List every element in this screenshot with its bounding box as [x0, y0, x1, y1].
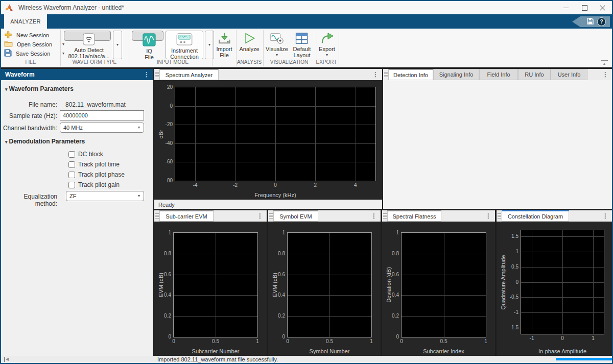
- panel-grip-icon[interactable]: [155, 72, 159, 78]
- channel-bandwidth-label: Channel bandwidth:: [1, 125, 57, 132]
- panel-grip-icon[interactable]: [155, 213, 159, 219]
- new-session-button[interactable]: New Session: [4, 31, 49, 39]
- open-session-dropdown-icon[interactable]: ▾: [62, 42, 64, 46]
- equalization-method-label: Equalization method:: [1, 193, 57, 207]
- symbol-evm-chart: 10.80.60.40.2000.51EVM (dB)Symbol Number: [268, 222, 381, 356]
- tab-subcarrier-evm[interactable]: Sub-carrier EVM: [159, 210, 214, 222]
- subcarrier-evm-tab-bar: Sub-carrier EVM ⋮: [154, 210, 267, 222]
- section-label-input-mode: INPUT MODE: [157, 59, 189, 65]
- spectrum-status-text: Ready: [158, 202, 175, 208]
- save-session-button[interactable]: Save Session ▾: [4, 49, 50, 58]
- tab-symbol-evm[interactable]: Symbol EVM: [273, 210, 318, 222]
- title-bar: Wireless Waveform Analyzer - untitled*: [1, 1, 612, 14]
- export-arrow-icon: [320, 31, 334, 46]
- default-layout-button[interactable]: Default Layout: [293, 31, 311, 61]
- maximize-button[interactable]: [575, 1, 594, 14]
- spectrum-panel-menu-icon[interactable]: ⋮: [372, 71, 379, 78]
- help-icon[interactable]: ?: [597, 17, 606, 26]
- info-tab-bar: Detection Info Signaling Info Field Info…: [383, 69, 612, 80]
- tab-user-info[interactable]: User Info: [551, 69, 587, 80]
- instrument-icon: [176, 33, 193, 46]
- constellation-tab-bar: Constellation Diagram ⋮: [497, 210, 612, 222]
- save-session-dropdown-icon[interactable]: ▾: [62, 52, 64, 56]
- constellation-menu-icon[interactable]: ⋮: [602, 213, 608, 219]
- instrument-connection-button[interactable]: Instrument Connection: [166, 31, 203, 59]
- panel-grip-icon[interactable]: [498, 213, 501, 219]
- track-pilot-gain-checkbox[interactable]: [68, 182, 75, 188]
- import-file-button[interactable]: Import File: [216, 31, 232, 61]
- spectral-flatness-menu-icon[interactable]: ⋮: [485, 213, 491, 219]
- symbol-evm-tab-bar: Symbol EVM ⋮: [268, 210, 381, 222]
- visualize-icon: [270, 31, 284, 46]
- waveform-parameters-header[interactable]: Waveform Parameters: [5, 85, 74, 92]
- iq-file-button[interactable]: IQ File: [132, 31, 163, 41]
- waveform-panel-title: Waveform: [5, 71, 35, 78]
- section-label-visualization: VISUALIZATION: [270, 59, 308, 65]
- symbol-evm-menu-icon[interactable]: ⋮: [371, 213, 377, 219]
- sample-rate-label: Sample rate (Hz):: [1, 112, 57, 119]
- wireless-waveform-analyzer-window: Wireless Waveform Analyzer - untitled* A…: [0, 0, 613, 364]
- minimize-button[interactable]: [557, 1, 575, 14]
- tab-field-info[interactable]: Field Info: [479, 69, 518, 80]
- input-mode-dropdown[interactable]: ▾: [205, 31, 214, 59]
- spectral-flatness-tab-bar: Spectral Flatness ⋮: [382, 210, 495, 222]
- info-panel-menu-icon[interactable]: ⋮: [602, 71, 608, 78]
- track-pilot-time-checkbox[interactable]: [68, 161, 75, 168]
- panel-grip-icon[interactable]: [269, 213, 273, 219]
- chevron-down-icon: ▾: [138, 126, 140, 130]
- export-button[interactable]: Export ▾: [319, 31, 335, 61]
- dc-block-checkbox[interactable]: [68, 151, 75, 158]
- ribbon-tab-bar: ANALYZER ?: [1, 14, 612, 29]
- waveform-panel-menu-icon[interactable]: ⋮: [144, 71, 150, 78]
- panel-grip-icon[interactable]: [384, 72, 388, 78]
- first-page-icon[interactable]: ◀: [4, 357, 9, 362]
- import-file-icon: [218, 31, 231, 46]
- chevron-down-icon: ▾: [208, 43, 210, 47]
- waveform-type-dropdown[interactable]: ▾: [113, 31, 122, 59]
- demodulation-parameters-header[interactable]: Demodulation Parameters: [5, 138, 85, 145]
- visualize-button[interactable]: Visualize ▾: [266, 31, 288, 61]
- subcarrier-evm-menu-icon[interactable]: ⋮: [257, 213, 263, 219]
- tab-constellation-diagram[interactable]: Constellation Diagram: [502, 210, 569, 222]
- tab-spectral-flatness[interactable]: Spectral Flatness: [387, 210, 441, 222]
- tab-signaling-info[interactable]: Signaling Info: [433, 69, 479, 80]
- maximize-icon: [582, 5, 587, 11]
- export-dropdown-icon: ▾: [326, 53, 328, 57]
- file-name-label: File name:: [1, 101, 57, 108]
- dc-block-label: DC block: [78, 151, 103, 158]
- status-bar: ◀ Imported 802.11_waveform.mat file succ…: [1, 356, 612, 363]
- minimize-icon: [563, 8, 569, 8]
- channel-bandwidth-select[interactable]: 40 MHz ▾: [60, 123, 144, 133]
- waveform-panel-header: Waveform ⋮: [1, 69, 153, 80]
- analyze-button[interactable]: Analyze: [239, 31, 259, 61]
- tab-ru-info[interactable]: RU Info: [518, 69, 551, 80]
- track-pilot-phase-checkbox[interactable]: [68, 172, 75, 178]
- quick-save-icon[interactable]: [587, 17, 594, 27]
- spectral-flatness-chart: 10.80.60.40.2000.51Deviation (dB)Subcarr…: [382, 222, 495, 356]
- toolstrip: New Session Open Session ▾ Save Session …: [1, 29, 612, 67]
- track-pilot-gain-label: Track pilot gain: [78, 181, 120, 188]
- new-session-icon: [4, 31, 12, 40]
- dc-block-checkbox-row: DC block: [68, 151, 103, 158]
- close-button[interactable]: [594, 1, 612, 14]
- open-session-button[interactable]: Open Session ▾: [4, 40, 52, 48]
- tab-spectrum-analyzer[interactable]: Spectrum Analyzer: [159, 69, 219, 80]
- tab-analyzer[interactable]: ANALYZER: [4, 14, 47, 29]
- spectrum-status: Ready: [154, 200, 382, 209]
- panel-grip-icon[interactable]: [383, 213, 387, 219]
- quick-access-bar: ?: [572, 16, 610, 27]
- collapse-ribbon-icon[interactable]: ▲: [601, 60, 608, 66]
- open-folder-icon: [4, 40, 13, 48]
- layout-grid-icon: [296, 31, 308, 46]
- status-message: Imported 802.11_waveform.mat file succes…: [157, 356, 278, 362]
- auto-detect-button[interactable]: Auto Detect 802.11a/n/ac/a...: [64, 31, 111, 41]
- spectrum-tab-bar: Spectrum Analyzer ⋮: [154, 69, 382, 80]
- track-pilot-phase-label: Track pilot phase: [78, 171, 125, 178]
- status-scrollbar[interactable]: [556, 358, 612, 360]
- subcarrier-evm-chart: 10.80.60.40.2000.51EVM (dB)Subcarrier Nu…: [154, 222, 267, 356]
- equalization-method-select[interactable]: ZF ▾: [66, 191, 144, 201]
- tab-detection-info[interactable]: Detection Info: [388, 69, 433, 80]
- constellation-diagram-chart: 1.510.50-0.5-11.5-101Quadrature Amplitud…: [497, 222, 612, 356]
- close-icon: [600, 5, 605, 10]
- sample-rate-input[interactable]: [60, 110, 144, 120]
